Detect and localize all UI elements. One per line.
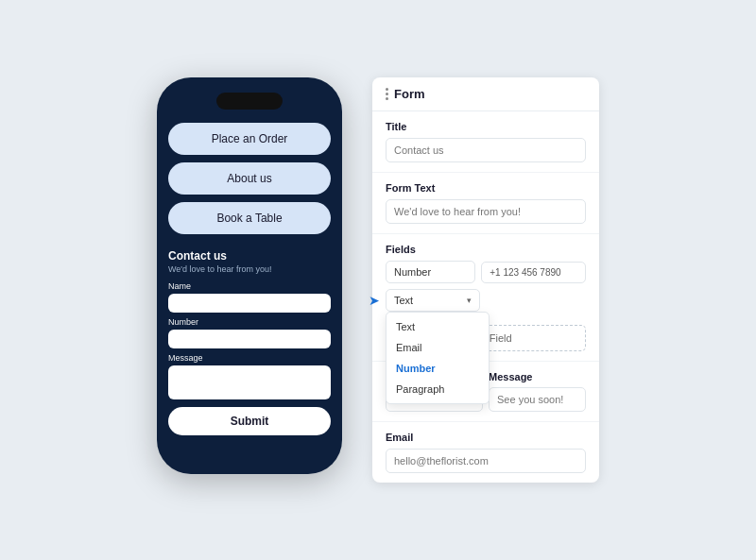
dropdown-option-text[interactable]: Text	[387, 316, 489, 337]
fields-label: Fields	[386, 244, 586, 255]
phone-mockup: Place an Order About us Book a Table Con…	[157, 77, 342, 474]
nav-item-book[interactable]: Book a Table	[168, 202, 331, 234]
phone-notch	[216, 93, 283, 110]
contact-title: Contact us	[168, 249, 331, 263]
message-col: Message	[489, 371, 586, 412]
title-section: Title	[372, 111, 599, 173]
nav-item-about[interactable]: About us	[168, 162, 331, 195]
contact-number-label: Number	[168, 317, 331, 327]
panel-title: Form	[394, 87, 425, 101]
email-label: Email	[386, 432, 586, 443]
form-text-input[interactable]	[386, 199, 586, 224]
message-input[interactable]	[489, 387, 586, 412]
title-input[interactable]	[386, 138, 586, 162]
contact-message-input[interactable]	[168, 365, 331, 399]
contact-message-label: Message	[168, 353, 331, 363]
dropdown-option-number[interactable]: Number	[387, 358, 489, 379]
dropdown-selected: Text	[394, 295, 413, 306]
drag-handle-icon	[386, 88, 388, 100]
panel-header: Form	[372, 77, 599, 111]
form-panel: Form Title Form Text Fields Number +1 12…	[372, 77, 599, 483]
message-col-label: Message	[489, 371, 586, 382]
email-section: Email	[372, 422, 599, 483]
form-text-label: Form Text	[386, 182, 586, 194]
field-row: Number +1 123 456 7890	[386, 261, 586, 283]
phone-nav: Place an Order About us Book a Table	[168, 123, 331, 234]
contact-number-input[interactable]	[168, 330, 331, 348]
contact-name-label: Name	[168, 281, 331, 291]
field-type-tag: Number	[386, 261, 475, 283]
dropdown-menu: Text Email Number Paragraph	[386, 312, 490, 404]
chevron-down-icon: ▾	[467, 296, 472, 305]
fields-section: Fields Number +1 123 456 7890 Text ▾ Tex…	[372, 234, 599, 362]
title-label: Title	[386, 121, 586, 132]
form-text-section: Form Text	[372, 173, 599, 234]
dropdown-trigger[interactable]: Text ▾	[386, 289, 480, 312]
field-value-display: +1 123 456 7890	[481, 262, 586, 283]
dropdown-option-paragraph[interactable]: Paragraph	[387, 379, 489, 399]
contact-section: Contact us We'd love to hear from you! N…	[168, 246, 331, 439]
field-type-dropdown: Text ▾ Text Email Number Paragraph ➤	[386, 289, 480, 312]
contact-submit-button[interactable]: Submit	[168, 407, 331, 435]
email-input[interactable]	[386, 449, 586, 473]
dropdown-option-email[interactable]: Email	[387, 337, 489, 358]
nav-item-order[interactable]: Place an Order	[168, 123, 331, 155]
selection-arrow-icon: ➤	[369, 293, 380, 308]
contact-name-input[interactable]	[168, 294, 331, 313]
contact-subtitle: We'd love to hear from you!	[168, 264, 331, 274]
